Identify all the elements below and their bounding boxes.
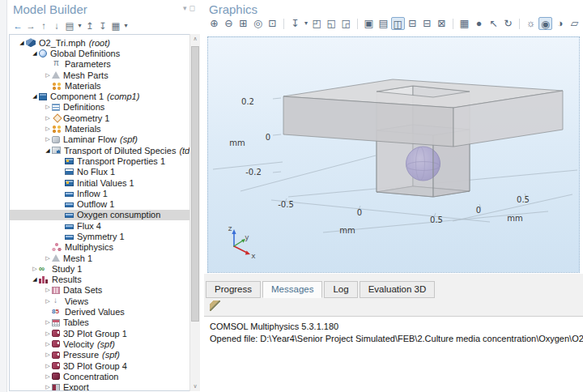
expand-arrow-icon[interactable]: ▷ bbox=[31, 266, 39, 272]
zoom-in-icon[interactable]: ⊕ bbox=[207, 17, 221, 30]
tree-item-data-sets[interactable]: ▷Data Sets bbox=[10, 285, 199, 296]
tree-item-materials[interactable]: ▷Materials bbox=[10, 123, 199, 134]
expand-arrow-icon[interactable]: ▷ bbox=[44, 104, 52, 110]
collapse-all-icon[interactable]: ↥ bbox=[84, 20, 96, 32]
tree-item-export[interactable]: ▷Export bbox=[10, 382, 199, 392]
model-tree-settings-icon[interactable]: ▦ bbox=[110, 20, 121, 32]
expand-all-icon[interactable]: ↧ bbox=[97, 20, 109, 32]
tree-item-multiphysics[interactable]: Multiphysics bbox=[10, 242, 199, 253]
move-up-icon[interactable]: ↑ bbox=[38, 21, 49, 31]
go-to-zx-view-icon[interactable]: ◲ bbox=[339, 17, 353, 30]
tree-item-transport-of-diluted-species[interactable]: ◢Transport of Diluted Species(tds) bbox=[10, 145, 199, 156]
expand-arrow-icon[interactable]: ▷ bbox=[44, 384, 52, 390]
expand-arrow-icon[interactable]: ▷ bbox=[44, 319, 52, 326]
expand-arrow-icon[interactable]: ◢ bbox=[31, 276, 39, 283]
settings-menu-arrow-icon[interactable]: ▾ bbox=[123, 22, 129, 29]
tree-item-mesh-1[interactable]: ▷Mesh 1 bbox=[10, 253, 199, 263]
tree-item-views[interactable]: ▷Views bbox=[10, 296, 199, 306]
expand-arrow-icon[interactable]: ▷ bbox=[44, 373, 52, 380]
tab-messages[interactable]: Messages bbox=[262, 281, 322, 298]
expand-arrow-icon[interactable]: ▷ bbox=[44, 287, 52, 293]
panel-window-icons[interactable]: ▾◻ bbox=[183, 4, 198, 12]
copy-image-icon[interactable]: ▣ bbox=[362, 17, 376, 30]
orthographic-projection-icon[interactable]: ▱ bbox=[568, 17, 581, 30]
tree-item-inflow-1[interactable]: Inflow 1 bbox=[10, 188, 199, 198]
selection-color-icon[interactable]: ● bbox=[472, 17, 486, 30]
tree-item-study-1[interactable]: ▷Study 1 bbox=[10, 263, 199, 274]
default-view-icon[interactable]: ↧ bbox=[288, 17, 302, 30]
expand-arrow-icon[interactable]: ▷ bbox=[44, 126, 52, 132]
tree-item-definitions[interactable]: ▷Definitions bbox=[10, 102, 199, 113]
tree-item-o2-tri-mph[interactable]: ◢O2_Tri.mph(root) bbox=[10, 37, 199, 48]
expand-arrow-icon[interactable]: ▷ bbox=[44, 330, 52, 337]
forward-icon[interactable]: → bbox=[25, 21, 36, 31]
show-options-icon[interactable]: ▤ bbox=[64, 20, 75, 32]
tree-item-velocity[interactable]: ▷Velocity(spf) bbox=[10, 339, 199, 349]
scroll-up-icon[interactable]: ∧ bbox=[190, 34, 200, 44]
view-fit-icon[interactable]: ⊡ bbox=[266, 17, 279, 30]
rotate-view-icon[interactable]: ↻ bbox=[501, 17, 515, 30]
environment-reflections-icon[interactable]: ◉ bbox=[538, 17, 552, 30]
expand-arrow-icon[interactable]: ▷ bbox=[44, 341, 52, 347]
panel-menu-icon[interactable]: ▾ bbox=[183, 4, 189, 12]
go-to-yz-view-icon[interactable]: ◱ bbox=[325, 17, 338, 30]
back-icon[interactable]: ← bbox=[12, 21, 23, 31]
tree-item-tables[interactable]: ▷Tables bbox=[10, 317, 199, 328]
plot-window-icon[interactable]: ⊟ bbox=[406, 17, 419, 30]
tree-item-component-1[interactable]: ◢Component 1(comp1) bbox=[10, 91, 199, 101]
tree-item-outflow-1[interactable]: Outflow 1 bbox=[10, 198, 199, 209]
tree-item-oxygen-consumption[interactable]: Oxygen consumption bbox=[10, 210, 199, 220]
tree-item-concentration[interactable]: ▷Concentration bbox=[10, 371, 199, 381]
select-mode-icon[interactable]: ▦ bbox=[457, 17, 471, 30]
expand-arrow-icon[interactable]: ◢ bbox=[18, 40, 26, 46]
tree-item-mesh-parts[interactable]: ▷Mesh Parts bbox=[10, 70, 199, 80]
transparency-icon[interactable]: ◑ bbox=[553, 17, 567, 30]
tab-evaluation-3d[interactable]: Evaluation 3D bbox=[360, 281, 436, 298]
tree-item-3d-plot-group-1[interactable]: ▷3D Plot Group 1 bbox=[10, 328, 199, 339]
tree-item-3d-plot-group-4[interactable]: ▷3D Plot Group 4 bbox=[10, 360, 199, 371]
expand-arrow-icon[interactable]: ▷ bbox=[44, 363, 52, 369]
tree-item-flux-4[interactable]: Flux 4 bbox=[10, 220, 199, 231]
show-menu-arrow-icon[interactable]: ▾ bbox=[77, 22, 83, 29]
expand-arrow-icon[interactable]: ▷ bbox=[44, 352, 52, 358]
zoom-extents-icon[interactable]: ◎ bbox=[251, 17, 265, 30]
tree-item-derived-values[interactable]: Derived Values bbox=[10, 306, 199, 317]
tree-item-pressure[interactable]: ▷Pressure(spf) bbox=[10, 350, 199, 360]
go-to-xy-view-icon[interactable]: ◰ bbox=[310, 17, 324, 30]
tree-item-transport-properties-1[interactable]: Transport Properties 1 bbox=[10, 156, 199, 166]
collapsed-panel-strip[interactable] bbox=[0, 0, 7, 392]
expand-arrow-icon[interactable]: ◢ bbox=[44, 147, 52, 154]
view-menu-arrow-icon[interactable]: ▾ bbox=[303, 17, 309, 30]
clear-messages-icon[interactable] bbox=[210, 300, 220, 311]
panel-dock-icon[interactable]: ◻ bbox=[189, 4, 198, 12]
expand-arrow-icon[interactable]: ◢ bbox=[31, 50, 39, 57]
tree-item-symmetry-1[interactable]: Symmetry 1 bbox=[10, 231, 199, 241]
expand-arrow-icon[interactable]: ▷ bbox=[44, 72, 52, 79]
snapshot-icon[interactable]: ▤ bbox=[377, 17, 390, 30]
zoom-out-icon[interactable]: ⊖ bbox=[222, 17, 236, 30]
expand-arrow-icon[interactable]: ▷ bbox=[44, 115, 52, 121]
scene-light-icon[interactable]: ☼ bbox=[524, 17, 538, 30]
tab-log[interactable]: Log bbox=[324, 281, 357, 298]
scroll-down-icon[interactable]: ∨ bbox=[190, 381, 200, 391]
tree-item-no-flux-1[interactable]: No Flux 1 bbox=[10, 167, 199, 177]
tree-item-laminar-flow[interactable]: ▷Laminar Flow(spf) bbox=[10, 134, 199, 145]
tree-item-initial-values-1[interactable]: Initial Values 1 bbox=[10, 177, 199, 188]
expand-arrow-icon[interactable]: ▷ bbox=[44, 298, 52, 305]
scrollbar-thumb[interactable] bbox=[191, 46, 199, 322]
expand-arrow-icon[interactable]: ◢ bbox=[31, 93, 39, 100]
expand-arrow-icon[interactable]: ▷ bbox=[44, 136, 52, 143]
tab-progress[interactable]: Progress bbox=[206, 281, 261, 298]
remove-plot-icon[interactable]: ⊠ bbox=[435, 17, 449, 30]
deselect-icon[interactable]: ↖ bbox=[487, 17, 500, 30]
expand-arrow-icon[interactable]: ▷ bbox=[44, 255, 52, 262]
plot-window-2-icon[interactable]: ⊟ bbox=[420, 17, 434, 30]
zoom-box-icon[interactable]: ⊞ bbox=[236, 17, 250, 30]
tree-item-materials[interactable]: Materials bbox=[10, 80, 199, 91]
print-image-icon[interactable]: ◫ bbox=[391, 17, 405, 30]
tree-scrollbar[interactable]: ∧ ∨ bbox=[189, 34, 200, 391]
tree-item-parameters[interactable]: Parameters bbox=[10, 59, 199, 70]
tree-item-geometry-1[interactable]: ▷Geometry 1 bbox=[10, 113, 199, 123]
move-down-icon[interactable]: ↓ bbox=[51, 21, 62, 31]
graphics-canvas[interactable]: 0.20-0.2mm-0.500.5mm00.5mmzyx bbox=[207, 36, 580, 273]
